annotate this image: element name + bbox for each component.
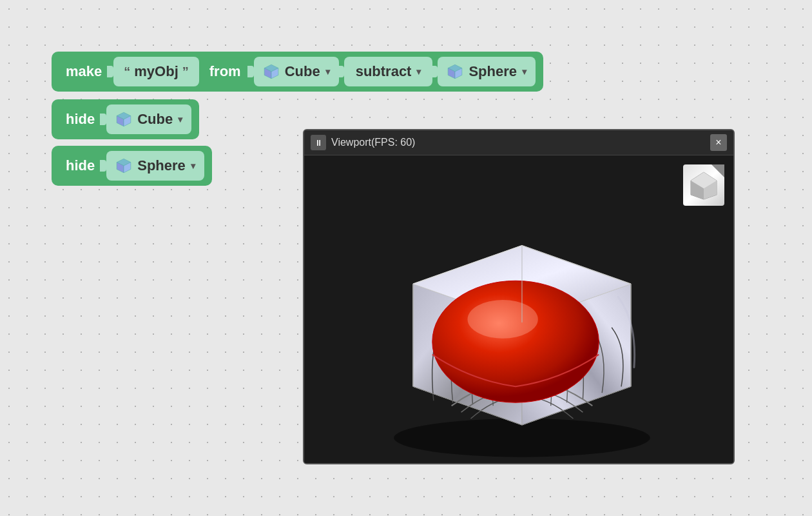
cube-block-1[interactable]: Cube ▾ [254, 57, 339, 86]
hide-cube-label: hide [59, 107, 101, 132]
subtract-block[interactable]: subtract ▾ [344, 57, 433, 86]
hide-sphere-block: hide Sphere ▾ [52, 146, 212, 186]
cube-icon-3 [115, 157, 132, 174]
subtract-dropdown[interactable]: ▾ [416, 66, 421, 77]
myobj-value: myObj [134, 63, 178, 80]
make-label: make [59, 59, 108, 84]
hide-cube-obj-block[interactable]: Cube ▾ [106, 104, 191, 134]
cube-icon-1 [263, 63, 280, 80]
viewport-title-area: ⏸ Viewport(FPS: 60) [311, 135, 415, 150]
hide-cube-dropdown[interactable]: ▾ [178, 114, 182, 124]
viewport-scene[interactable] [304, 155, 733, 464]
sphere-name-1: Sphere [469, 63, 517, 80]
subtract-label: subtract [356, 63, 412, 80]
close-quote: ” [182, 64, 189, 79]
cube-icon-2 [115, 111, 132, 128]
open-quote: “ [124, 64, 130, 79]
view-cube-icon [688, 169, 720, 201]
hide-sphere-obj-block[interactable]: Sphere ▾ [106, 151, 204, 181]
sphere-dropdown-1[interactable]: ▾ [522, 66, 527, 77]
hide-cube-block: hide Cube ▾ [52, 99, 199, 139]
svg-point-2 [432, 281, 599, 402]
sphere-block-1[interactable]: Sphere ▾ [438, 57, 536, 86]
pause-icon: ⏸ [314, 138, 323, 148]
string-block-myobj[interactable]: “ myObj ” [113, 57, 198, 86]
viewport-close-button[interactable]: × [710, 134, 727, 151]
hide-cube-name: Cube [137, 111, 173, 128]
cube-name-1: Cube [285, 63, 320, 80]
pause-button[interactable]: ⏸ [311, 135, 326, 150]
from-text: from [209, 63, 241, 80]
cube-dropdown-1[interactable]: ▾ [325, 66, 330, 77]
hide-sphere-name: Sphere [137, 157, 186, 174]
scene-render [304, 155, 733, 464]
hide-sphere-label: hide [59, 154, 101, 178]
viewport-title-text: Viewport(FPS: 60) [331, 137, 415, 148]
sphere-icon-1 [447, 63, 463, 80]
viewport-header: ⏸ Viewport(FPS: 60) × [304, 130, 733, 155]
make-block-row: make “ myObj ” from Cube ▾ subtract ▾ [52, 52, 543, 92]
view-cube-widget[interactable] [683, 164, 724, 206]
svg-point-3 [467, 300, 537, 339]
viewport-panel: ⏸ Viewport(FPS: 60) × [303, 129, 735, 464]
hide-sphere-dropdown[interactable]: ▾ [191, 161, 195, 171]
